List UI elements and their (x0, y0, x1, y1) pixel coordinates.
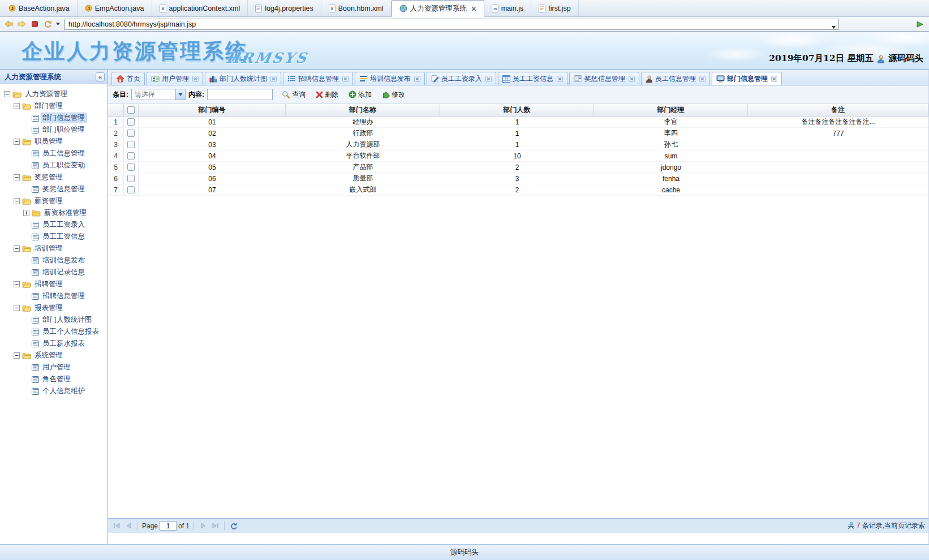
sidebar-item[interactable]: 员工个人信息报表 (0, 326, 107, 338)
close-icon[interactable] (771, 76, 777, 82)
sidebar-item[interactable]: 职员管理 (0, 136, 107, 148)
sidebar-item[interactable]: 部门人数统计图 (0, 314, 107, 326)
sidebar-item[interactable]: 员工工资录入 (0, 219, 107, 231)
sidebar-item[interactable]: 员工信息管理 (0, 148, 107, 160)
column-header[interactable]: 部门编号 (139, 104, 286, 116)
sidebar-item[interactable]: 个人信息维护 (0, 385, 107, 397)
column-header[interactable]: 部门人数 (440, 104, 594, 116)
row-checkbox[interactable] (127, 163, 135, 171)
module-tab[interactable]: 培训信息发布 (355, 72, 425, 85)
module-tab[interactable]: 部门人数统计图 (205, 72, 281, 85)
row-checkbox[interactable] (127, 186, 135, 193)
sidebar-item[interactable]: 招聘管理 (0, 278, 107, 290)
collapse-expander-icon[interactable] (13, 305, 20, 311)
module-tab[interactable]: 员工信息管理 (641, 72, 710, 85)
close-icon[interactable] (557, 76, 563, 82)
close-icon[interactable] (342, 76, 349, 82)
close-icon[interactable] (192, 76, 199, 82)
collapse-expander-icon[interactable] (13, 352, 20, 359)
table-row[interactable]: 404平台软件部10sum (108, 150, 928, 162)
sidebar-item[interactable]: 招聘信息管理 (0, 290, 107, 302)
row-checkbox[interactable] (127, 130, 135, 137)
editor-tab[interactable]: 人力资源管理系统 (392, 0, 484, 17)
url-input[interactable] (64, 19, 838, 30)
refresh-icon[interactable] (42, 19, 53, 30)
column-header[interactable]: 备注 (748, 104, 928, 116)
collapse-expander-icon[interactable] (13, 245, 20, 252)
table-row[interactable]: 101经理办1李官备注备注备注备注备注... (108, 117, 928, 128)
close-icon[interactable] (471, 6, 476, 11)
prev-page-icon[interactable] (123, 521, 134, 531)
row-checkbox[interactable] (127, 141, 135, 148)
sidebar-item[interactable]: 员工职位变动 (0, 160, 107, 171)
sidebar-collapse-button[interactable]: « (96, 72, 105, 81)
sidebar-item[interactable]: 培训信息发布 (0, 255, 107, 266)
sidebar-item[interactable]: 部门信息管理 (0, 112, 107, 124)
next-page-icon[interactable] (198, 521, 208, 531)
collapse-expander-icon[interactable] (13, 103, 20, 109)
close-icon[interactable] (699, 76, 706, 82)
row-checkbox[interactable] (127, 118, 135, 126)
collapse-expander-icon[interactable] (3, 91, 11, 97)
module-tab[interactable]: 用户管理 (147, 72, 203, 85)
editor-tab[interactable]: JEmpAction.java (78, 0, 152, 16)
sidebar-item[interactable]: 培训记录信息 (0, 266, 107, 278)
editor-tab[interactable]: XapplicationContext.xml (152, 0, 248, 16)
row-checkbox[interactable] (127, 175, 135, 182)
添加-button[interactable]: 添加 (346, 89, 375, 101)
refresh-dropdown-icon[interactable] (55, 19, 61, 30)
url-dropdown-icon[interactable] (832, 23, 836, 31)
column-header[interactable]: 部门名称 (286, 104, 440, 116)
close-icon[interactable] (485, 76, 492, 82)
chevron-down-icon[interactable] (175, 89, 185, 100)
sidebar-item[interactable]: 奖惩管理 (0, 171, 107, 183)
sidebar-item[interactable]: 培训管理 (0, 243, 107, 255)
editor-tab[interactable]: log4j.properties (248, 0, 321, 16)
module-tab[interactable]: 首页 (111, 72, 145, 85)
sidebar-item[interactable]: 奖惩信息管理 (0, 183, 107, 195)
table-row[interactable]: 606质量部3fenha (108, 173, 928, 184)
editor-tab[interactable]: JBaseAction.java (1, 0, 78, 16)
collapse-expander-icon[interactable] (13, 139, 20, 145)
last-page-icon[interactable] (210, 521, 220, 531)
修改-button[interactable]: 修改 (379, 89, 408, 101)
close-icon[interactable] (414, 76, 420, 82)
sidebar-item[interactable]: 部门管理 (0, 100, 107, 112)
table-row[interactable]: 202行政部1李四777 (108, 128, 928, 139)
sidebar-item[interactable]: 部门职位管理 (0, 124, 107, 136)
sidebar-item[interactable]: 系统管理 (0, 350, 107, 361)
item-select[interactable]: 请选择 (131, 89, 186, 100)
module-tab[interactable]: 员工工资信息 (498, 72, 567, 85)
editor-tab[interactable]: XBoon.hbm.xml (321, 0, 392, 16)
column-header[interactable]: 部门经理 (594, 104, 748, 116)
sidebar-item[interactable]: 人力资源管理 (0, 88, 107, 100)
table-row[interactable]: 303人力资源部1孙七 (108, 139, 928, 150)
sidebar-item[interactable]: 薪资管理 (0, 195, 107, 207)
table-row[interactable]: 505产品部2jdongo (108, 162, 928, 173)
content-input[interactable] (207, 89, 273, 100)
删除-button[interactable]: 删除 (313, 89, 341, 101)
refresh-grid-icon[interactable] (229, 521, 239, 531)
page-input[interactable] (160, 521, 177, 531)
sidebar-item[interactable]: 用户管理 (0, 361, 107, 373)
module-tab[interactable]: 部门信息管理 (712, 72, 782, 85)
table-row[interactable]: 707嵌入式部2cache (108, 184, 928, 196)
forward-icon[interactable] (16, 19, 27, 30)
editor-tab[interactable]: first.jsp (531, 0, 579, 16)
collapse-expander-icon[interactable] (13, 281, 20, 287)
module-tab[interactable]: 员工工资录入 (427, 72, 496, 85)
sidebar-item[interactable]: 薪资标准管理 (0, 207, 107, 219)
stop-icon[interactable] (29, 19, 40, 30)
back-icon[interactable] (3, 19, 14, 30)
collapse-expander-icon[interactable] (13, 198, 20, 204)
expand-expander-icon[interactable] (23, 210, 30, 216)
module-tab[interactable]: 招聘信息管理 (283, 72, 353, 85)
sidebar-item[interactable]: 员工工资信息 (0, 231, 107, 243)
close-icon[interactable] (270, 76, 277, 82)
close-icon[interactable] (629, 76, 635, 82)
查询-button[interactable]: 查询 (279, 89, 308, 101)
sidebar-item[interactable]: 报表管理 (0, 302, 107, 314)
sidebar-item[interactable]: 角色管理 (0, 373, 107, 385)
module-tab[interactable]: 奖惩信息管理 (569, 72, 639, 85)
collapse-expander-icon[interactable] (13, 174, 20, 180)
